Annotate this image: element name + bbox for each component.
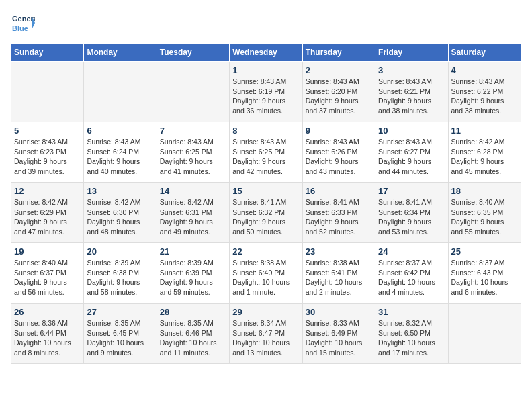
day-number: 15 (232, 186, 299, 196)
day-number: 30 (306, 307, 372, 317)
calendar-cell: 9Sunrise: 8:43 AMSunset: 6:26 PMDaylight… (302, 122, 375, 183)
day-info: Sunrise: 8:36 AMSunset: 6:44 PMDaylight:… (14, 318, 81, 358)
header-row: SundayMondayTuesdayWednesdayThursdayFrid… (11, 44, 521, 62)
calendar-cell: 21Sunrise: 8:39 AMSunset: 6:39 PMDayligh… (157, 243, 229, 304)
calendar-cell: 10Sunrise: 8:43 AMSunset: 6:27 PMDayligh… (375, 122, 448, 183)
day-header-wednesday: Wednesday (230, 44, 302, 62)
calendar-cell (448, 304, 521, 364)
day-info: Sunrise: 8:43 AMSunset: 6:21 PMDaylight:… (378, 77, 445, 116)
day-info: Sunrise: 8:43 AMSunset: 6:22 PMDaylight:… (451, 77, 518, 116)
calendar-cell: 4Sunrise: 8:43 AMSunset: 6:22 PMDaylight… (448, 62, 521, 122)
day-info: Sunrise: 8:40 AMSunset: 6:35 PMDaylight:… (451, 197, 518, 237)
calendar-cell: 8Sunrise: 8:43 AMSunset: 6:25 PMDaylight… (230, 122, 302, 183)
day-number: 25 (451, 246, 518, 257)
calendar-cell: 1Sunrise: 8:43 AMSunset: 6:19 PMDaylight… (230, 62, 302, 122)
calendar-cell: 20Sunrise: 8:39 AMSunset: 6:38 PMDayligh… (84, 243, 157, 304)
day-info: Sunrise: 8:41 AMSunset: 6:32 PMDaylight:… (232, 197, 299, 237)
day-info: Sunrise: 8:43 AMSunset: 6:19 PMDaylight:… (232, 77, 299, 116)
day-info: Sunrise: 8:39 AMSunset: 6:39 PMDaylight:… (160, 258, 226, 298)
calendar-week-5: 26Sunrise: 8:36 AMSunset: 6:44 PMDayligh… (11, 304, 521, 364)
day-info: Sunrise: 8:33 AMSunset: 6:49 PMDaylight:… (306, 318, 372, 358)
day-number: 19 (14, 246, 81, 257)
calendar-cell: 6Sunrise: 8:43 AMSunset: 6:24 PMDaylight… (84, 122, 157, 183)
day-number: 13 (87, 186, 153, 196)
day-number: 2 (306, 65, 372, 75)
day-info: Sunrise: 8:34 AMSunset: 6:47 PMDaylight:… (232, 318, 299, 358)
calendar-cell: 16Sunrise: 8:41 AMSunset: 6:33 PMDayligh… (302, 183, 375, 243)
day-number: 5 (14, 126, 81, 136)
day-info: Sunrise: 8:35 AMSunset: 6:46 PMDaylight:… (160, 318, 226, 358)
calendar-header: SundayMondayTuesdayWednesdayThursdayFrid… (11, 44, 521, 62)
day-header-saturday: Saturday (448, 44, 521, 62)
day-number: 17 (378, 186, 445, 196)
day-number: 7 (160, 126, 226, 136)
day-info: Sunrise: 8:37 AMSunset: 6:42 PMDaylight:… (378, 258, 445, 298)
calendar-body: 1Sunrise: 8:43 AMSunset: 6:19 PMDaylight… (11, 62, 521, 364)
day-header-friday: Friday (375, 44, 448, 62)
calendar-cell: 17Sunrise: 8:41 AMSunset: 6:34 PMDayligh… (375, 183, 448, 243)
calendar-cell: 27Sunrise: 8:35 AMSunset: 6:45 PMDayligh… (84, 304, 157, 364)
day-number: 1 (232, 65, 299, 75)
day-header-tuesday: Tuesday (157, 44, 229, 62)
calendar-cell: 12Sunrise: 8:42 AMSunset: 6:29 PMDayligh… (11, 183, 84, 243)
day-number: 14 (160, 186, 226, 196)
day-info: Sunrise: 8:43 AMSunset: 6:26 PMDaylight:… (306, 137, 372, 177)
calendar-cell: 29Sunrise: 8:34 AMSunset: 6:47 PMDayligh… (230, 304, 302, 364)
day-info: Sunrise: 8:42 AMSunset: 6:29 PMDaylight:… (14, 197, 81, 237)
calendar-cell: 13Sunrise: 8:42 AMSunset: 6:30 PMDayligh… (84, 183, 157, 243)
calendar-cell: 26Sunrise: 8:36 AMSunset: 6:44 PMDayligh… (11, 304, 84, 364)
day-number: 23 (306, 246, 372, 257)
svg-text:General: General (12, 15, 35, 23)
day-info: Sunrise: 8:43 AMSunset: 6:27 PMDaylight:… (378, 137, 445, 177)
day-info: Sunrise: 8:38 AMSunset: 6:40 PMDaylight:… (232, 258, 299, 298)
calendar-cell: 15Sunrise: 8:41 AMSunset: 6:32 PMDayligh… (230, 183, 302, 243)
page-header: General Blue (11, 11, 521, 35)
calendar-week-2: 5Sunrise: 8:43 AMSunset: 6:23 PMDaylight… (11, 122, 521, 183)
svg-text:Blue: Blue (12, 24, 28, 32)
calendar-cell: 30Sunrise: 8:33 AMSunset: 6:49 PMDayligh… (302, 304, 375, 364)
day-info: Sunrise: 8:37 AMSunset: 6:43 PMDaylight:… (451, 258, 518, 298)
calendar-cell: 22Sunrise: 8:38 AMSunset: 6:40 PMDayligh… (230, 243, 302, 304)
logo: General Blue (11, 11, 35, 35)
day-number: 26 (14, 307, 81, 317)
logo-svg: General Blue (11, 11, 35, 35)
day-number: 24 (378, 246, 445, 257)
day-info: Sunrise: 8:41 AMSunset: 6:33 PMDaylight:… (306, 197, 372, 237)
day-header-monday: Monday (84, 44, 157, 62)
day-info: Sunrise: 8:38 AMSunset: 6:41 PMDaylight:… (306, 258, 372, 298)
day-number: 6 (87, 126, 153, 136)
day-number: 9 (306, 126, 372, 136)
calendar-week-4: 19Sunrise: 8:40 AMSunset: 6:37 PMDayligh… (11, 243, 521, 304)
day-number: 16 (306, 186, 372, 196)
day-number: 21 (160, 246, 226, 257)
day-header-sunday: Sunday (11, 44, 84, 62)
day-info: Sunrise: 8:32 AMSunset: 6:50 PMDaylight:… (378, 318, 445, 358)
calendar-cell: 2Sunrise: 8:43 AMSunset: 6:20 PMDaylight… (302, 62, 375, 122)
calendar-week-3: 12Sunrise: 8:42 AMSunset: 6:29 PMDayligh… (11, 183, 521, 243)
calendar-cell: 24Sunrise: 8:37 AMSunset: 6:42 PMDayligh… (375, 243, 448, 304)
day-number: 27 (87, 307, 153, 317)
day-number: 10 (378, 126, 445, 136)
day-info: Sunrise: 8:42 AMSunset: 6:30 PMDaylight:… (87, 197, 153, 237)
day-number: 29 (232, 307, 299, 317)
calendar-cell: 25Sunrise: 8:37 AMSunset: 6:43 PMDayligh… (448, 243, 521, 304)
calendar-cell: 7Sunrise: 8:43 AMSunset: 6:25 PMDaylight… (157, 122, 229, 183)
calendar-cell (11, 62, 84, 122)
day-number: 4 (451, 65, 518, 75)
calendar-week-1: 1Sunrise: 8:43 AMSunset: 6:19 PMDaylight… (11, 62, 521, 122)
day-info: Sunrise: 8:39 AMSunset: 6:38 PMDaylight:… (87, 258, 153, 298)
day-info: Sunrise: 8:43 AMSunset: 6:23 PMDaylight:… (14, 137, 81, 177)
calendar-cell (157, 62, 229, 122)
calendar-cell (84, 62, 157, 122)
day-number: 3 (378, 65, 445, 75)
day-number: 22 (232, 246, 299, 257)
day-number: 11 (451, 126, 518, 136)
day-number: 12 (14, 186, 81, 196)
day-info: Sunrise: 8:40 AMSunset: 6:37 PMDaylight:… (14, 258, 81, 298)
day-info: Sunrise: 8:43 AMSunset: 6:24 PMDaylight:… (87, 137, 153, 177)
day-info: Sunrise: 8:41 AMSunset: 6:34 PMDaylight:… (378, 197, 445, 237)
day-number: 28 (160, 307, 226, 317)
calendar-cell: 19Sunrise: 8:40 AMSunset: 6:37 PMDayligh… (11, 243, 84, 304)
calendar-cell: 5Sunrise: 8:43 AMSunset: 6:23 PMDaylight… (11, 122, 84, 183)
day-header-thursday: Thursday (302, 44, 375, 62)
